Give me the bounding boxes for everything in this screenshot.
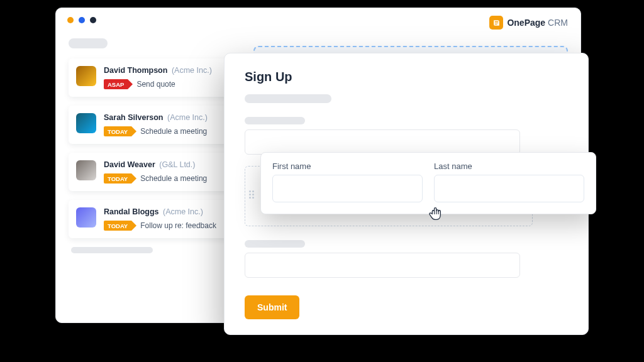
first-name-input[interactable] bbox=[272, 175, 423, 202]
last-name-input[interactable] bbox=[434, 175, 584, 202]
text-input-placeholder[interactable] bbox=[245, 129, 520, 155]
contact-name-row: David Thompson (Acme Inc.) bbox=[104, 66, 227, 75]
brand-suffix: CRM bbox=[548, 18, 568, 28]
priority-flag-today: TODAY bbox=[104, 173, 131, 184]
signup-title: Sign Up bbox=[245, 70, 568, 84]
contact-company: (Acme Inc.) bbox=[163, 207, 203, 216]
window-dot-orange[interactable] bbox=[67, 17, 74, 23]
first-name-label: First name bbox=[272, 162, 423, 171]
contact-name: David Weaver bbox=[104, 160, 155, 169]
window-dot-blue[interactable] bbox=[79, 17, 85, 23]
brand-icon bbox=[489, 16, 503, 30]
next-action: Send quote bbox=[136, 80, 175, 89]
next-action: Schedule a meeting bbox=[140, 174, 207, 183]
next-action: Schedule a meeting bbox=[140, 127, 207, 136]
contact-name-row: David Weaver (G&L Ltd.) bbox=[104, 160, 227, 169]
sidebar-heading-placeholder bbox=[69, 38, 108, 48]
contact-name-row: Randal Bloggs (Acme Inc.) bbox=[104, 207, 227, 216]
field-label-placeholder bbox=[245, 117, 305, 124]
drag-handle-icon[interactable] bbox=[249, 190, 254, 199]
grab-cursor-icon bbox=[428, 204, 444, 221]
avatar bbox=[76, 207, 96, 228]
field-label-placeholder bbox=[245, 240, 305, 248]
priority-flag-today: TODAY bbox=[104, 221, 131, 231]
brand: OnePageCRM bbox=[489, 16, 568, 30]
avatar bbox=[76, 113, 96, 133]
contact-name-row: Sarah Silverson (Acme Inc.) bbox=[104, 113, 227, 122]
text-input-placeholder[interactable] bbox=[245, 253, 520, 278]
submit-button[interactable]: Submit bbox=[245, 295, 299, 319]
contact-company: (G&L Ltd.) bbox=[159, 160, 195, 169]
placeholder-line bbox=[245, 94, 331, 103]
window-dot-dark[interactable] bbox=[90, 17, 96, 23]
contact-company: (Acme Inc.) bbox=[172, 66, 212, 75]
sidebar-scroll-placeholder bbox=[71, 247, 153, 253]
contact-card[interactable]: David Weaver (G&L Ltd.) TODAY Schedule a… bbox=[69, 153, 236, 191]
next-action: Follow up re: feedback bbox=[140, 221, 216, 230]
contact-name: David Thompson bbox=[104, 66, 167, 75]
contact-card[interactable]: David Thompson (Acme Inc.) ASAP Send quo… bbox=[69, 58, 236, 97]
contact-name: Sarah Silverson bbox=[104, 113, 164, 122]
last-name-label: Last name bbox=[434, 162, 584, 171]
brand-name: OnePage bbox=[507, 18, 545, 28]
contact-sidebar: David Thompson (Acme Inc.) ASAP Send quo… bbox=[69, 38, 236, 253]
priority-flag-today: TODAY bbox=[104, 126, 131, 136]
avatar bbox=[76, 66, 96, 86]
contact-card[interactable]: Sarah Silverson (Acme Inc.) TODAY Schedu… bbox=[69, 106, 236, 144]
contact-name: Randal Bloggs bbox=[104, 207, 159, 216]
contact-company: (Acme Inc.) bbox=[167, 113, 208, 122]
window-controls bbox=[67, 17, 96, 23]
avatar bbox=[76, 160, 96, 180]
priority-flag-asap: ASAP bbox=[104, 79, 128, 89]
contact-card[interactable]: Randal Bloggs (Acme Inc.) TODAY Follow u… bbox=[69, 200, 236, 238]
